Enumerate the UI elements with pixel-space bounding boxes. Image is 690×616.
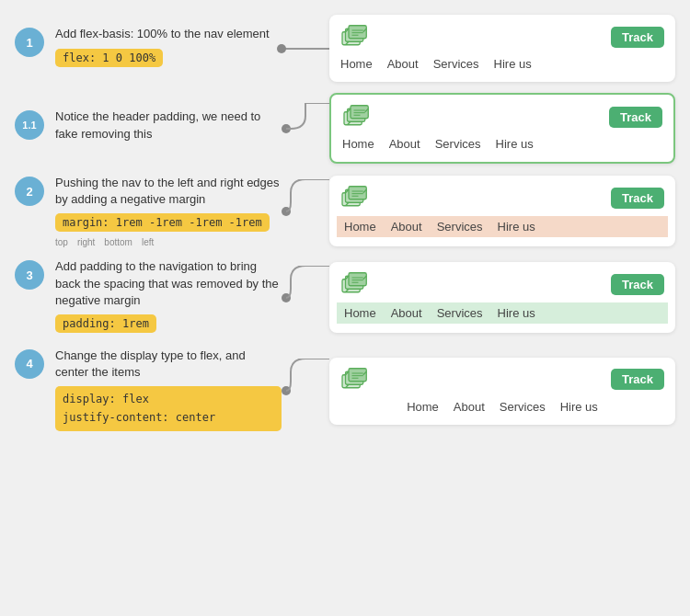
step-2: 2 Pushing the nav to the left and right … (15, 175, 675, 247)
preview-card-1-1: Track Home About Services Hire us (329, 93, 675, 164)
step-description-1: Add flex-basis: 100% to the nav element (55, 26, 282, 42)
preview-header-1: Track (340, 24, 664, 50)
nav-items-3: Home About Services Hire us (337, 302, 668, 324)
connector-curve-2 (282, 179, 329, 244)
nav-home-1-1: Home (342, 137, 374, 151)
step-text-1: Add flex-basis: 100% to the nav element … (55, 26, 282, 70)
step-description-3: Add padding to the navigation to bring b… (55, 258, 282, 309)
nav-about-1-1: About (389, 137, 420, 151)
nav-about-2: About (391, 220, 422, 234)
step-1-1: 1.1 Notice the header padding, we need t… (15, 93, 675, 164)
nav-services-3: Services (437, 306, 483, 320)
code-badge-3: padding: 1rem (55, 314, 156, 333)
step-4: 4 Change the display type to flex, and c… (15, 348, 675, 435)
step-description-4: Change the display type to flex, and cen… (55, 348, 282, 381)
nav-items-4: Home About Services Hire us (340, 398, 664, 416)
step-description-1-1: Notice the header padding, we need to fa… (55, 108, 282, 142)
track-button-3[interactable]: Track (611, 274, 664, 295)
nav-services-1-1: Services (435, 137, 481, 151)
track-button-1[interactable]: Track (611, 27, 664, 48)
connector-curve-4 (282, 359, 329, 423)
nav-items-1-1: Home About Services Hire us (342, 135, 662, 153)
preview-card-3: Track Home About Services Hire us (329, 262, 675, 333)
nav-services-4: Services (500, 400, 546, 414)
nav-about-4: About (454, 400, 485, 414)
preview-header-2: Track (340, 185, 664, 211)
logo-icon-3 (340, 271, 370, 297)
nav-hire-2: Hire us (498, 220, 535, 234)
nav-about-1: About (387, 57, 419, 71)
nav-home-4: Home (407, 400, 439, 414)
logo-icon-2 (340, 185, 370, 211)
preview-header-3: Track (340, 271, 664, 297)
nav-hire-1: Hire us (494, 57, 532, 71)
step-text-4: Change the display type to flex, and cen… (55, 348, 282, 435)
step-description-2: Pushing the nav to the left and right ed… (55, 175, 282, 208)
nav-services-2: Services (437, 220, 483, 234)
preview-header-1-1: Track (342, 104, 662, 130)
nav-items-2: Home About Services Hire us (337, 216, 668, 237)
step-text-1-1: Notice the header padding, we need to fa… (55, 108, 282, 147)
preview-header-4: Track (340, 367, 664, 393)
step-text-3: Add padding to the navigation to bring b… (55, 258, 282, 337)
step-1: 1 Add flex-basis: 100% to the nav elemen… (15, 15, 675, 82)
logo-icon-1 (340, 24, 370, 50)
code-labels-2: top right bottom left (55, 237, 282, 247)
connector-dot-1 (277, 44, 286, 53)
step-number-2: 2 (15, 177, 44, 206)
track-button-2[interactable]: Track (611, 188, 664, 209)
nav-hire-4: Hire us (560, 400, 598, 414)
code-badge-1: flex: 1 0 100% (55, 49, 163, 67)
step-3: 3 Add padding to the navigation to bring… (15, 258, 675, 337)
nav-hire-1-1: Hire us (496, 137, 534, 151)
step-number-1: 1 (15, 28, 44, 57)
step-number-1-1: 1.1 (15, 110, 44, 140)
track-button-4[interactable]: Track (611, 369, 664, 390)
preview-card-4: Track Home About Services Hire us (329, 358, 675, 425)
track-button-1-1[interactable]: Track (609, 107, 662, 128)
connector-curve-1-1 (282, 103, 329, 154)
nav-home-1: Home (340, 57, 373, 71)
nav-about-3: About (391, 306, 422, 320)
logo-icon-4 (340, 367, 370, 393)
nav-home-2: Home (344, 220, 376, 234)
connector-curve-3 (282, 266, 329, 330)
code-badge-2: margin: 1rem -1rem -1rem -1rem (55, 213, 270, 232)
nav-home-3: Home (344, 306, 376, 320)
code-badge-4: display: flexjustify-content: center (55, 386, 282, 430)
preview-card-1: Track Home About Services Hire us (329, 15, 675, 82)
nav-hire-3: Hire us (498, 306, 535, 320)
nav-services-1: Services (433, 57, 479, 71)
step-text-2: Pushing the nav to the left and right ed… (55, 175, 282, 247)
logo-icon-1-1 (342, 104, 372, 130)
nav-items-1: Home About Services Hire us (340, 55, 664, 73)
step-number-4: 4 (15, 349, 44, 379)
preview-card-2: Track Home About Services Hire us (329, 176, 675, 246)
step-number-3: 3 (15, 260, 44, 290)
